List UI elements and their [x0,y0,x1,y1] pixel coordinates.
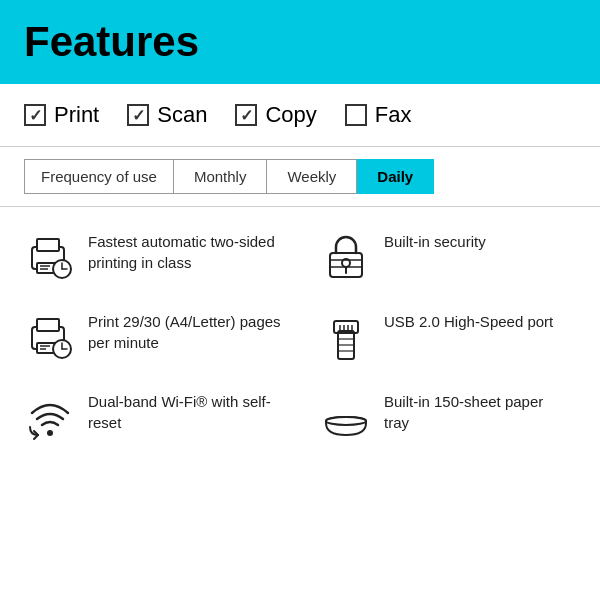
feature-security-text: Built-in security [384,231,486,252]
checkbox-label-fax: Fax [375,102,412,128]
printer-speed-icon [24,311,76,363]
checkbox-label-copy: Copy [265,102,316,128]
tray-icon [320,391,372,443]
feature-print-speed: Print 29/30 (A4/Letter) pages per minute [24,297,300,377]
frequency-row: Frequency of use Monthly Weekly Daily [0,147,600,207]
wifi-icon [24,391,76,443]
page-title: Features [24,18,576,66]
checkbox-fax[interactable] [345,104,367,126]
header-section: Features [0,0,600,84]
feature-usb: USB 2.0 High-Speed port [300,297,576,377]
feature-paper-tray: Built-in 150-sheet paper tray [300,377,576,457]
checkbox-scan[interactable] [127,104,149,126]
printer-duplex-icon [24,231,76,283]
svg-rect-1 [37,239,59,251]
frequency-monthly[interactable]: Monthly [174,159,268,194]
lock-icon [320,231,372,283]
checkbox-label-scan: Scan [157,102,207,128]
feature-auto-duplex-text: Fastest automatic two-sided printing in … [88,231,292,273]
feature-usb-text: USB 2.0 High-Speed port [384,311,553,332]
usb-icon [320,311,372,363]
checkbox-item-print[interactable]: Print [24,102,99,128]
feature-wifi-text: Dual-band Wi-Fi® with self-reset [88,391,292,433]
feature-wifi: Dual-band Wi-Fi® with self-reset [24,377,300,457]
svg-point-31 [326,417,366,425]
frequency-daily[interactable]: Daily [357,159,434,194]
feature-security: Built-in security [300,217,576,297]
svg-rect-14 [37,319,59,331]
feature-auto-duplex: Fastest automatic two-sided printing in … [24,217,300,297]
checkboxes-row: Print Scan Copy Fax [0,84,600,147]
frequency-weekly[interactable]: Weekly [267,159,357,194]
svg-point-30 [47,430,53,436]
checkbox-item-fax[interactable]: Fax [345,102,412,128]
checkbox-copy[interactable] [235,104,257,126]
checkbox-label-print: Print [54,102,99,128]
feature-paper-tray-text: Built-in 150-sheet paper tray [384,391,568,433]
frequency-label: Frequency of use [24,159,174,194]
features-grid: Fastest automatic two-sided printing in … [0,207,600,467]
checkbox-item-scan[interactable]: Scan [127,102,207,128]
checkbox-item-copy[interactable]: Copy [235,102,316,128]
feature-print-speed-text: Print 29/30 (A4/Letter) pages per minute [88,311,292,353]
checkbox-print[interactable] [24,104,46,126]
